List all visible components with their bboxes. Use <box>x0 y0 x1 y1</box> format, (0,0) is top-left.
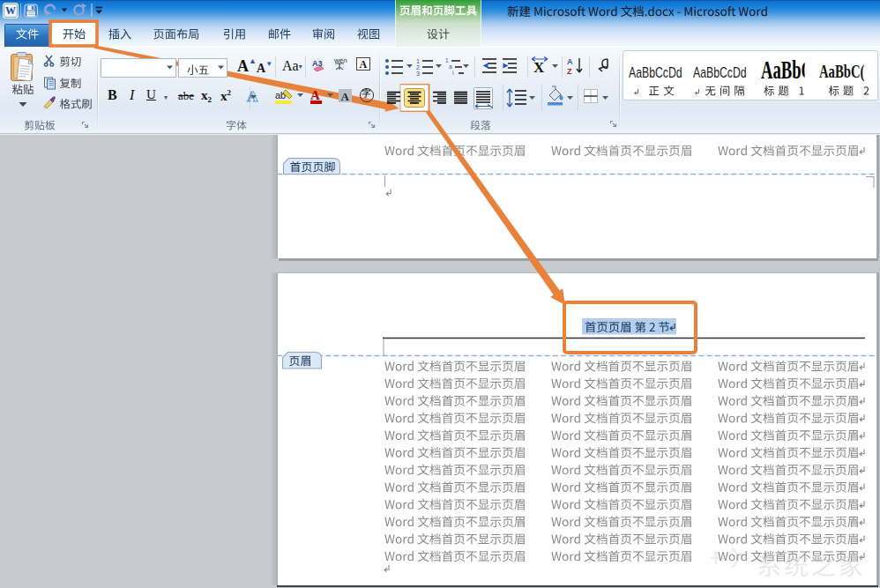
svg-text:A: A <box>567 57 573 66</box>
svg-text:A: A <box>341 90 350 103</box>
svg-text:A: A <box>310 88 320 102</box>
svg-text:i: i <box>452 70 453 76</box>
svg-text:W: W <box>5 4 16 17</box>
svg-text:A: A <box>360 58 368 71</box>
svg-text:3: 3 <box>416 71 420 77</box>
svg-text:a: a <box>449 63 452 70</box>
svg-text:X: X <box>533 59 545 76</box>
svg-text:2: 2 <box>416 64 420 71</box>
svg-text:1: 1 <box>445 57 449 63</box>
svg-text:Z: Z <box>567 67 572 76</box>
svg-text:1: 1 <box>416 58 420 64</box>
